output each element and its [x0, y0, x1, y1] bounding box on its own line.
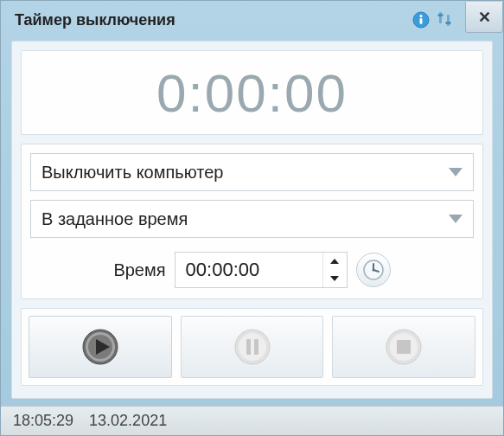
set-current-time-button[interactable] [356, 253, 391, 287]
time-spinner[interactable]: 00:00:00 [175, 252, 348, 288]
chevron-down-icon [449, 168, 463, 176]
countdown-value: 0:00:00 [156, 62, 348, 124]
pause-button[interactable] [181, 316, 324, 378]
svg-rect-5 [447, 15, 450, 26]
titlebar-actions: ✕ [411, 7, 503, 33]
time-label: Время [113, 260, 165, 280]
svg-marker-7 [449, 168, 463, 176]
time-spinner-value[interactable]: 00:00:00 [175, 253, 322, 287]
status-date: 13.02.2021 [89, 412, 167, 430]
settings-icon[interactable] [436, 10, 455, 29]
close-button[interactable]: ✕ [465, 2, 503, 33]
chevron-down-icon [449, 215, 463, 223]
countdown-display: 0:00:00 [21, 50, 483, 135]
svg-rect-4 [438, 14, 443, 16]
svg-marker-8 [449, 215, 463, 223]
start-button[interactable] [29, 316, 172, 378]
window-title: Таймер выключения [15, 11, 411, 29]
svg-point-14 [372, 269, 374, 272]
spinner-down-button[interactable] [323, 270, 347, 287]
mode-select-value: В заданное время [41, 209, 188, 229]
svg-rect-6 [446, 22, 451, 24]
time-row: Время 00:00:00 [30, 247, 474, 290]
play-icon [81, 328, 119, 366]
svg-marker-9 [330, 259, 339, 264]
mode-select[interactable]: В заданное время [30, 200, 474, 238]
pause-icon [233, 328, 271, 366]
statusbar: 18:05:29 13.02.2021 [1, 406, 503, 435]
time-spinner-arrows [322, 253, 347, 287]
svg-marker-10 [330, 276, 339, 281]
spinner-up-button[interactable] [323, 253, 347, 270]
playback-panel [21, 308, 483, 386]
app-window: Таймер выключения ✕ [0, 0, 504, 436]
svg-rect-25 [397, 340, 411, 354]
client-area: 0:00:00 Выключить компьютер В заданное в… [11, 41, 493, 399]
svg-rect-22 [254, 339, 258, 355]
clock-icon [362, 259, 385, 281]
action-select[interactable]: Выключить компьютер [30, 153, 474, 191]
svg-rect-3 [439, 12, 442, 23]
controls-panel: Выключить компьютер В заданное время Вре… [21, 144, 483, 299]
close-icon: ✕ [478, 8, 491, 27]
stop-icon [385, 328, 423, 366]
titlebar: Таймер выключения ✕ [1, 1, 503, 39]
svg-rect-21 [246, 339, 251, 355]
stop-button[interactable] [332, 316, 475, 378]
info-icon[interactable] [411, 10, 431, 29]
svg-point-20 [239, 333, 266, 361]
svg-rect-2 [420, 18, 423, 24]
action-select-value: Выключить компьютер [41, 163, 224, 183]
status-time: 18:05:29 [13, 412, 73, 430]
svg-point-1 [419, 15, 422, 17]
